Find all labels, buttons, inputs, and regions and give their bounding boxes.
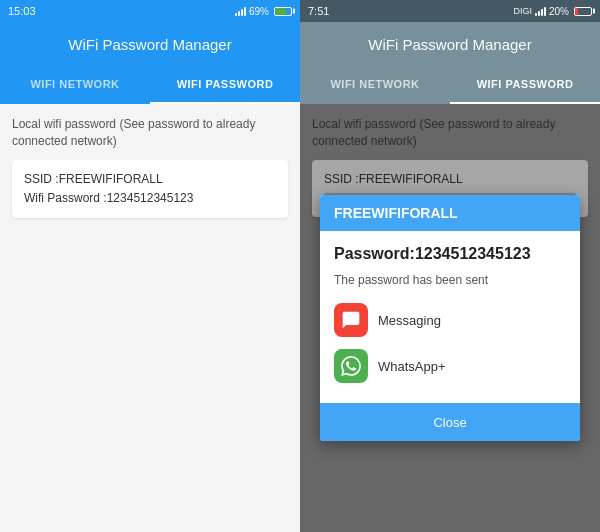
- whatsapp-item[interactable]: WhatsApp+: [334, 343, 566, 389]
- signal-bar-1: [235, 13, 237, 16]
- status-bar-right: 7:51 DIGI 20%: [300, 0, 600, 22]
- whatsapp-label: WhatsApp+: [378, 359, 446, 374]
- app-title-left: WiFi Password Manager: [68, 36, 231, 53]
- signal-bar-3: [241, 9, 243, 16]
- tab-wifi-password-left[interactable]: WIFI PASSWORD: [150, 66, 300, 104]
- battery-icon-right: [574, 7, 592, 16]
- app-title-right: WiFi Password Manager: [368, 36, 531, 53]
- signal-bar-4: [244, 7, 246, 16]
- messaging-icon: [334, 303, 368, 337]
- dialog-title: FREEWIFIFORALL: [334, 205, 458, 221]
- battery-fill-right: [575, 8, 578, 15]
- dialog-close-button[interactable]: Close: [320, 403, 580, 441]
- signal-icon-right: [535, 6, 546, 16]
- time-right: 7:51: [308, 5, 513, 17]
- whatsapp-icon: [334, 349, 368, 383]
- battery-fill-left: [275, 8, 286, 15]
- messaging-label: Messaging: [378, 313, 441, 328]
- signal-icon-left: [235, 6, 246, 16]
- password-label-left: Wifi Password :1234512345123: [24, 189, 276, 208]
- tabs-right: WIFI NETWORK WIFI PASSWORD: [300, 66, 600, 104]
- signal-bar-r2: [538, 11, 540, 16]
- dialog-header: FREEWIFIFORALL: [320, 195, 580, 231]
- description-left: Local wifi password (See password to alr…: [12, 116, 288, 150]
- tabs-left: WIFI NETWORK WIFI PASSWORD: [0, 66, 300, 104]
- messaging-item[interactable]: Messaging: [334, 297, 566, 343]
- status-bar-left: 15:03 69%: [0, 0, 300, 22]
- ssid-label-left: SSID :FREEWIFIFORALL: [24, 170, 276, 189]
- battery-icon-left: [274, 7, 292, 16]
- dialog-password: Password:1234512345123: [334, 245, 566, 263]
- tab-wifi-network-left[interactable]: WIFI NETWORK: [0, 66, 150, 104]
- status-icons-left: 69%: [235, 6, 292, 17]
- tab-wifi-password-right[interactable]: WIFI PASSWORD: [450, 66, 600, 104]
- dialog-body: Password:1234512345123 The password has …: [320, 231, 580, 403]
- time-left: 15:03: [8, 5, 235, 17]
- signal-bar-2: [238, 11, 240, 16]
- share-dialog: FREEWIFIFORALL Password:1234512345123 Th…: [320, 195, 580, 441]
- dialog-overlay: FREEWIFIFORALL Password:1234512345123 Th…: [300, 104, 600, 532]
- signal-bar-r3: [541, 9, 543, 16]
- dialog-close-label: Close: [433, 415, 466, 430]
- dialog-sent-text: The password has been sent: [334, 273, 566, 287]
- battery-percent-left: 69%: [249, 6, 269, 17]
- app-bar-right: WiFi Password Manager: [300, 22, 600, 66]
- battery-percent-right: 20%: [549, 6, 569, 17]
- tab-wifi-network-right[interactable]: WIFI NETWORK: [300, 66, 450, 104]
- status-icons-right: DIGI 20%: [513, 6, 592, 17]
- carrier-right: DIGI: [513, 6, 532, 16]
- phone-left: 15:03 69% WiFi Password Manager WIFI NET…: [0, 0, 300, 532]
- signal-bar-r4: [544, 7, 546, 16]
- wifi-card-left: SSID :FREEWIFIFORALL Wifi Password :1234…: [12, 160, 288, 218]
- phone-right: 7:51 DIGI 20% WiFi Password Manager WIFI…: [300, 0, 600, 532]
- app-bar-left: WiFi Password Manager: [0, 22, 300, 66]
- content-left: Local wifi password (See password to alr…: [0, 104, 300, 532]
- right-content-area: Local wifi password (See password to alr…: [300, 104, 600, 532]
- signal-bar-r1: [535, 13, 537, 16]
- whatsapp-svg: [341, 356, 361, 376]
- messaging-svg: [341, 310, 361, 330]
